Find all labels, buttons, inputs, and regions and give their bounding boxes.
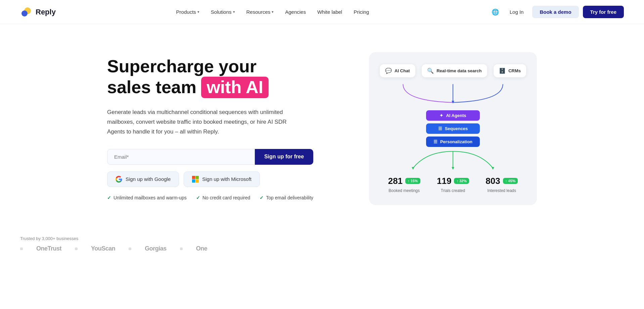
check-icon: ✓ [260, 195, 264, 200]
google-signup-button[interactable]: Sign up with Google [107, 171, 179, 187]
stat-interested-leads: 803 ↑ 45% Interested leads [486, 176, 518, 193]
check-no-card: ✓ No credit card required [196, 195, 250, 200]
nav-solutions[interactable]: Solutions ▾ [206, 6, 240, 17]
svg-rect-2 [192, 176, 195, 179]
database-icon: 🗄️ [499, 68, 506, 74]
svg-point-1 [21, 10, 28, 16]
logo[interactable]: Reply [20, 6, 56, 18]
language-button[interactable]: 🌐 [490, 6, 501, 18]
list2-icon: ☰ [433, 139, 438, 144]
trusted-section: Trusted by 3,000+ businesses OneTrust Yo… [0, 226, 644, 259]
trusted-logos-row: OneTrust YouScan Gorgias One [20, 245, 624, 252]
login-button[interactable]: Log In [505, 6, 528, 17]
hero-diagram: 💬 AI Chat 🔍 Real-time data search 🗄️ CRM… [369, 52, 537, 205]
email-input[interactable] [107, 149, 255, 165]
search-icon: 🔍 [427, 68, 434, 74]
svg-marker-8 [452, 167, 454, 169]
try-free-button[interactable]: Try for free [583, 6, 624, 18]
email-form: Sign up for free [107, 149, 313, 165]
stat-badge-meetings: ↑ 15% [405, 178, 420, 184]
logo-separator [180, 247, 183, 250]
realtime-data-pill: 🔍 Real-time data search [422, 64, 487, 77]
stat-booked-meetings: 281 ↑ 15% Booked meetings [388, 176, 420, 193]
one-logo: One [196, 245, 208, 252]
chat-icon: 💬 [385, 68, 392, 74]
check-icon: ✓ [107, 195, 111, 200]
google-icon [116, 176, 122, 183]
bottom-arrows-svg [380, 150, 526, 173]
hero-highlight: with AI [201, 77, 269, 98]
ai-chat-pill: 💬 AI Chat [380, 64, 415, 77]
book-demo-button[interactable]: Book a demo [532, 6, 579, 18]
stat-trials-created: 119 ↑ 32% Trials created [437, 176, 469, 193]
input-pills-row: 💬 AI Chat 🔍 Real-time data search 🗄️ CRM… [380, 64, 526, 77]
microsoft-signup-button[interactable]: Sign up with Microsoft [184, 171, 260, 187]
logo-separator [20, 247, 23, 250]
sequences-pill: ☰ Sequences [426, 123, 480, 134]
stat-badge-trials: ↑ 32% [454, 178, 469, 184]
center-pills: ✦ AI Agents ☰ Sequences ☰ Personalizatio… [380, 110, 526, 147]
ai-agents-pill: ✦ AI Agents [426, 110, 480, 121]
top-arrows-svg [380, 81, 526, 108]
nav-products[interactable]: Products ▾ [172, 6, 204, 17]
signup-button[interactable]: Sign up for free [255, 149, 313, 165]
nav-right: 🌐 Log In Book a demo Try for free [490, 6, 624, 18]
stats-row: 281 ↑ 15% Booked meetings 119 ↑ 32% Tria… [380, 176, 526, 193]
logo-text: Reply [36, 8, 56, 16]
nav-whitelabel[interactable]: White label [313, 6, 347, 17]
hero-description: Generate leads via multichannel conditio… [107, 108, 295, 137]
svg-rect-5 [196, 179, 199, 183]
social-signup-row: Sign up with Google Sign up with Microso… [107, 171, 313, 187]
hero-title: Supercharge your sales team with AI [107, 56, 313, 98]
svg-rect-3 [196, 176, 199, 179]
microsoft-icon [192, 176, 199, 183]
stat-badge-leads: ↑ 45% [503, 178, 518, 184]
youscan-logo: YouScan [91, 245, 115, 252]
navbar: Reply Products ▾ Solutions ▾ Resources ▾… [0, 0, 644, 24]
nav-agencies[interactable]: Agencies [280, 6, 311, 17]
svg-marker-7 [412, 167, 414, 169]
logo-separator [129, 247, 131, 250]
feature-checks: ✓ Unlimited mailboxes and warm-ups ✓ No … [107, 195, 313, 200]
hero-left: Supercharge your sales team with AI Gene… [107, 56, 313, 200]
nav-links: Products ▾ Solutions ▾ Resources ▾ Agenc… [172, 6, 374, 17]
chevron-down-icon: ▾ [272, 10, 274, 14]
crms-pill: 🗄️ CRMs [494, 64, 526, 77]
onetrust-logo: OneTrust [36, 245, 61, 252]
chevron-down-icon: ▾ [197, 10, 199, 14]
logo-separator [75, 247, 78, 250]
list-icon: ☰ [438, 126, 442, 131]
ai-diagram: 💬 AI Chat 🔍 Real-time data search 🗄️ CRM… [380, 64, 526, 193]
check-icon: ✓ [196, 195, 200, 200]
check-mailboxes: ✓ Unlimited mailboxes and warm-ups [107, 195, 187, 200]
svg-marker-9 [492, 167, 494, 169]
personalization-pill: ☰ Personalization [426, 137, 480, 147]
check-deliverability: ✓ Top email deliverability [260, 195, 313, 200]
nav-resources[interactable]: Resources ▾ [242, 6, 279, 17]
sparkle-icon: ✦ [440, 113, 443, 118]
svg-rect-4 [192, 179, 195, 183]
hero-section: Supercharge your sales team with AI Gene… [87, 24, 557, 226]
gorgias-logo: Gorgias [145, 245, 167, 252]
trusted-label: Trusted by 3,000+ businesses [20, 236, 624, 241]
nav-pricing[interactable]: Pricing [349, 6, 374, 17]
chevron-down-icon: ▾ [233, 10, 235, 14]
